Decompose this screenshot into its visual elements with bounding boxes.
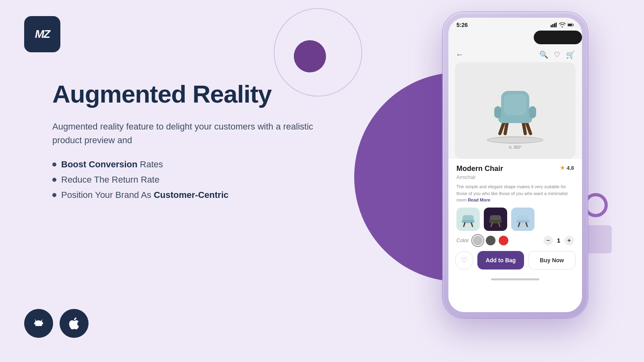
bullet-text-1: Boost Conversion Rates xyxy=(61,159,163,170)
back-icon[interactable]: ← xyxy=(456,50,464,59)
svg-rect-1 xyxy=(552,24,553,27)
add-to-bag-button[interactable]: Add to Bag xyxy=(477,251,524,269)
product-category: Armchair xyxy=(456,175,574,180)
color-row: Color − 1 + xyxy=(456,236,574,245)
thumb-chair-1 xyxy=(460,211,476,227)
rotate-360-label[interactable]: ↻ 360° xyxy=(509,145,522,150)
read-more-link[interactable]: Read More xyxy=(468,197,490,202)
bullet-dot xyxy=(52,193,56,197)
star-icon: ★ xyxy=(560,165,565,171)
bullet-dot xyxy=(52,178,56,182)
phone-screen: 5:26 xyxy=(448,18,582,312)
list-item: Boost Conversion Rates xyxy=(52,159,326,170)
status-icons xyxy=(551,23,574,27)
bullet-bold-1: Boost Conversion xyxy=(61,159,137,169)
wifi-icon xyxy=(559,23,566,27)
swatch-dark[interactable] xyxy=(486,236,495,245)
home-bar xyxy=(491,278,539,280)
cart-icon[interactable]: 🛒 xyxy=(566,50,575,59)
status-time: 5:26 xyxy=(456,22,468,28)
thumb-3[interactable] xyxy=(511,208,535,231)
chair-shadow xyxy=(487,136,543,144)
svg-line-10 xyxy=(523,122,525,134)
ios-badge[interactable] xyxy=(60,309,89,338)
feature-list: Boost Conversion Rates Reduce The Return… xyxy=(52,159,326,200)
svg-line-23 xyxy=(499,223,500,226)
svg-line-8 xyxy=(526,122,530,134)
svg-line-7 xyxy=(500,122,504,134)
nav-right-icons: 🔍 ♡ 🛒 xyxy=(539,50,575,59)
thumb-chair-2 xyxy=(487,211,504,227)
search-icon[interactable]: 🔍 xyxy=(539,50,548,59)
color-label: Color xyxy=(456,237,469,243)
svg-line-19 xyxy=(471,223,473,226)
wishlist-nav-icon[interactable]: ♡ xyxy=(554,50,560,59)
bullet-bold-3: Customer-Centric xyxy=(154,190,229,200)
svg-line-22 xyxy=(491,223,492,226)
product-info: Modern Chair ★ 4.8 Armchair The simple a… xyxy=(448,159,582,245)
apple-icon xyxy=(67,316,81,331)
bullet-text-2: Reduce The Return Rate xyxy=(61,175,159,185)
status-bar: 5:26 xyxy=(448,18,582,28)
quantity-decrease-button[interactable]: − xyxy=(543,236,553,245)
product-name: Modern Chair xyxy=(456,165,503,173)
svg-rect-3 xyxy=(555,23,557,27)
svg-rect-6 xyxy=(568,24,572,26)
app-nav: ← 🔍 ♡ 🛒 xyxy=(448,47,582,62)
svg-rect-13 xyxy=(504,94,526,115)
swatch-gray[interactable] xyxy=(473,236,483,245)
quantity-control: − 1 + xyxy=(543,236,574,245)
svg-rect-21 xyxy=(489,220,502,223)
list-item: Position Your Brand As Customer-Centric xyxy=(52,190,326,200)
list-item: Reduce The Return Rate xyxy=(52,175,326,185)
dynamic-island xyxy=(534,31,582,44)
svg-line-9 xyxy=(505,122,507,134)
phone-shell: 5:26 xyxy=(443,12,588,318)
logo-text: MZ xyxy=(35,28,50,41)
page-headline: Augmented Reality xyxy=(52,80,326,108)
svg-rect-15 xyxy=(529,106,536,118)
left-content: Augmented Reality Augmented reality feat… xyxy=(52,80,326,216)
thumb-2[interactable] xyxy=(484,208,507,231)
quantity-value: 1 xyxy=(557,237,560,244)
page-subtitle: Augmented reality feature to delight you… xyxy=(52,120,326,147)
product-info-scroll: Modern Chair ★ 4.8 Armchair The simple a… xyxy=(448,159,582,312)
battery-icon xyxy=(568,23,574,27)
svg-rect-5 xyxy=(573,24,574,25)
svg-rect-14 xyxy=(494,106,502,118)
product-header: Modern Chair ★ 4.8 xyxy=(456,165,574,173)
thumb-chair-3 xyxy=(515,211,531,227)
quantity-increase-button[interactable]: + xyxy=(564,236,574,245)
svg-line-18 xyxy=(464,223,465,226)
bg-rect-decoration xyxy=(584,225,612,253)
thumbnail-row xyxy=(456,208,574,231)
svg-rect-17 xyxy=(462,220,475,223)
svg-line-27 xyxy=(526,223,527,226)
product-image-area: ↻ 360° xyxy=(455,62,576,159)
swatch-red[interactable] xyxy=(499,236,508,245)
chair-image xyxy=(483,72,547,140)
rating-value: 4.8 xyxy=(567,165,574,171)
bullet-dot xyxy=(52,162,56,167)
android-badge[interactable] xyxy=(24,309,53,338)
product-description: The simple and elegant shape makes it ve… xyxy=(456,183,574,204)
svg-line-26 xyxy=(518,223,520,226)
product-rating: ★ 4.8 xyxy=(560,165,574,171)
bg-circle-small-purple xyxy=(294,40,326,72)
bullet-text-3: Position Your Brand As Customer-Centric xyxy=(61,190,229,200)
cta-bar: ♡ Add to Bag Buy Now xyxy=(448,251,582,276)
android-icon xyxy=(31,316,46,331)
app-badges xyxy=(24,309,89,338)
svg-rect-2 xyxy=(554,23,555,27)
buy-now-button[interactable]: Buy Now xyxy=(528,251,576,269)
color-swatches xyxy=(473,236,508,245)
wishlist-button[interactable]: ♡ xyxy=(455,251,473,269)
svg-rect-0 xyxy=(551,25,552,27)
logo[interactable]: MZ xyxy=(24,16,60,52)
svg-rect-25 xyxy=(516,220,529,223)
phone-mockup: 5:26 xyxy=(443,12,588,318)
thumb-1[interactable] xyxy=(456,208,480,231)
signal-icon xyxy=(551,23,557,27)
